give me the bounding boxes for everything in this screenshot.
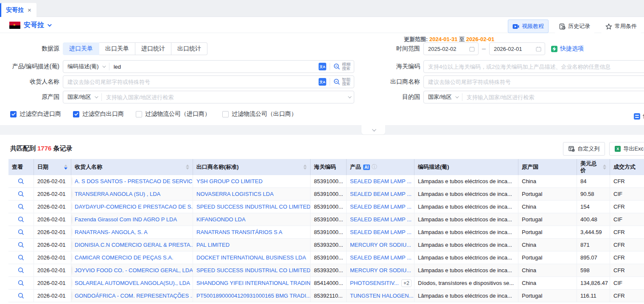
view-record-button[interactable] <box>8 290 34 302</box>
consignee-link[interactable]: TRANSERRA ANGOLA (SU) , LDA <box>75 191 160 197</box>
exporter-link[interactable]: PT50018900004120931000165 BMG TRADI... <box>196 293 311 299</box>
export-excel-button[interactable]: X 导出Exc <box>609 142 644 156</box>
smart-search-button[interactable]: 智能搜索 <box>333 78 350 86</box>
hs-code-cell: 85414000... <box>311 277 347 289</box>
hs-code-input[interactable] <box>424 61 644 73</box>
sort-icon[interactable] <box>64 165 67 170</box>
video-tutorial-button[interactable]: 视频教程 <box>508 20 549 33</box>
exporter-input[interactable] <box>424 76 644 88</box>
chevron-down-icon <box>48 22 52 27</box>
description-cell: Lâmpadas e tubos eléctricos de inca... <box>414 239 518 251</box>
exporter-link[interactable]: KIFANGONDO LDA <box>196 216 246 223</box>
magnifier-icon <box>18 242 24 248</box>
table-row: 2026-02-01 RANATRANS- ANGOLA, S. A RANAT… <box>8 226 644 239</box>
translate-icon[interactable]: 文A <box>319 63 326 70</box>
datasource-tab[interactable]: 出口统计 <box>171 42 207 55</box>
consignee-link[interactable]: DIONISIA.C.N COMERCIO GERAL & PRESTA... <box>75 242 193 248</box>
datasource-tab[interactable]: 出口关单 <box>99 42 135 55</box>
view-record-button[interactable] <box>8 251 34 264</box>
consignee-link[interactable]: RANATRANS- ANGOLA, S. A <box>75 229 148 235</box>
date-end-input[interactable]: 2026-02-01 <box>489 42 545 55</box>
product-extra-badge[interactable]: +2 <box>401 279 412 287</box>
col-usd-total[interactable]: 美元总价 <box>577 159 610 175</box>
datasource-tab[interactable]: 进口关单 <box>63 42 99 55</box>
quick-options-button[interactable]: 快捷选项 <box>551 45 584 53</box>
info-icon[interactable]: ⓘ <box>372 163 377 171</box>
save-conditions-button[interactable]: 保存条件 <box>634 112 644 120</box>
origin-country-input[interactable] <box>102 91 344 103</box>
view-record-button[interactable] <box>8 213 34 226</box>
col-date[interactable]: 日期 <box>34 159 71 175</box>
product-cell: TUNGSTEN HALOGEN... <box>347 290 414 302</box>
exporter-link[interactable]: PAL LIMITED <box>196 242 230 248</box>
date-separator: – <box>482 45 486 53</box>
consignee-link[interactable]: JOYVIO FOOD CO. - COMERCIO GERAL, LDA <box>75 267 193 273</box>
view-record-button[interactable] <box>8 239 34 251</box>
product-link[interactable]: PHOTOSENSITIV... <box>350 280 399 286</box>
origin-cell: China <box>518 239 577 251</box>
view-record-button[interactable] <box>8 226 34 238</box>
filter-checkbox[interactable]: 过滤空白进口商 <box>10 110 61 118</box>
col-exporter[interactable]: 出口商名称(标准) <box>193 159 311 175</box>
consignee-link[interactable]: SOLAREAL AUTOMOVEL ANGOLA(SU)., LDA <box>75 280 190 286</box>
match-count: 1776 <box>36 145 53 152</box>
date-start-input[interactable]: 2025-02-02 <box>423 42 479 55</box>
saved-conditions-button[interactable]: 常用条件 <box>601 20 641 33</box>
exporter-link[interactable]: YSH GROUP CO LIMITED <box>196 178 263 184</box>
hs-code-cell: 85391000... <box>311 226 347 238</box>
sort-icon[interactable] <box>303 165 307 170</box>
exporter-link[interactable]: SPEED SUCCESS INDUSTRIAL CO LIMITED <box>196 204 311 210</box>
destination-country-select[interactable]: 国家/地区 <box>424 91 462 103</box>
col-consignee[interactable]: 收货人名称 <box>71 159 193 175</box>
consignee-input[interactable] <box>63 76 315 88</box>
origin-country-select[interactable]: 国家/地区 <box>63 91 101 103</box>
description-cell: Díodos, transístores e dispositivos se..… <box>414 277 518 289</box>
sort-icon[interactable] <box>603 165 606 170</box>
consignee-link[interactable]: GONDOÁFRICA - COM. REPRESENTAÇÕES ... <box>75 293 193 299</box>
filter-checkbox[interactable]: 过滤空白出口商 <box>73 110 124 118</box>
exporter-link[interactable]: NOVASERRA LOGISTICS LDA <box>196 191 274 197</box>
customize-columns-button[interactable]: 自定义列 <box>563 142 605 156</box>
datasource-tab[interactable]: 进口统计 <box>135 42 171 55</box>
consignee-link[interactable]: DAYDAYUP-COMERCIO E PRESTACAO DE S... <box>75 204 193 210</box>
product-link[interactable]: SEALED BEAM LAMP ... <box>350 216 412 223</box>
product-link[interactable]: SEALED BEAM LAMP ... <box>350 254 412 261</box>
product-link[interactable]: TUNGSTEN HALOGEN... <box>350 293 414 299</box>
table-header: 查看 日期 收货人名称 出口商名称(标准) 海关编码 产品AIⓘ 编码描述(葡)… <box>8 159 644 175</box>
country-selector[interactable]: 安哥拉 <box>24 21 50 30</box>
product-link[interactable]: MERCURY OR SODIU... <box>350 267 411 273</box>
filter-checkbox[interactable]: 过滤物流公司（出口商） <box>222 110 297 118</box>
view-record-button[interactable] <box>8 201 34 213</box>
exporter-link[interactable]: DOCKET INTERNATIONAL BUSINESS LDA <box>196 254 306 261</box>
sort-icon[interactable] <box>186 165 189 170</box>
chevron-down-icon <box>102 64 106 67</box>
fuzzy-search-button[interactable]: 模糊搜索 <box>333 62 350 71</box>
product-link[interactable]: SEALED BEAM LAMP ... <box>350 229 412 235</box>
translate-icon[interactable]: 文A <box>319 78 326 86</box>
product-link[interactable]: SEALED BEAM LAMP ... <box>350 191 412 197</box>
product-link[interactable]: SEALED BEAM LAMP ... <box>350 204 412 210</box>
exporter-link[interactable]: RANATRANS TRANSITÁRIOS S A <box>196 229 283 235</box>
collapse-filters-button[interactable] <box>361 125 385 134</box>
view-record-button[interactable] <box>8 175 34 187</box>
close-icon[interactable]: × <box>28 7 31 13</box>
product-search-input[interactable] <box>109 61 315 73</box>
product-cell: PHOTOSENSITIV...+2 <box>347 277 414 289</box>
tab-angola[interactable]: 安哥拉 × <box>0 3 36 17</box>
exporter-link[interactable]: SPEED SUCCESS INDUSTRIAL CO LIMITED <box>196 267 311 273</box>
view-record-button[interactable] <box>8 188 34 200</box>
exporter-link[interactable]: SHANDONG YIFEI INTERNATIONAL TRADIN... <box>196 280 311 286</box>
view-record-button[interactable] <box>8 277 34 289</box>
destination-country-input[interactable] <box>462 91 644 103</box>
table-row: 2026-02-01 Fazenda Girassol Com IND AGRO… <box>8 213 644 226</box>
product-link[interactable]: SEALED BEAM LAMP ... <box>350 178 412 184</box>
consignee-link[interactable]: Fazenda Girassol Com IND AGRO P LDA <box>75 216 177 223</box>
product-field-select[interactable]: 编码描述(葡) <box>63 61 109 73</box>
history-button[interactable]: 历史记录 <box>554 20 595 33</box>
usd-total-cell: 400.48 <box>577 213 610 226</box>
filter-checkbox[interactable]: 过滤物流公司（进口商） <box>136 110 210 118</box>
view-record-button[interactable] <box>8 264 34 276</box>
consignee-link[interactable]: CAMICAR COMERCIO DE PEÇAS S.A. <box>75 254 174 261</box>
product-link[interactable]: MERCURY OR SODIU... <box>350 242 411 248</box>
consignee-link[interactable]: A. S DOS SANTOS - PRESTACAO DE SERVIC... <box>75 178 193 184</box>
